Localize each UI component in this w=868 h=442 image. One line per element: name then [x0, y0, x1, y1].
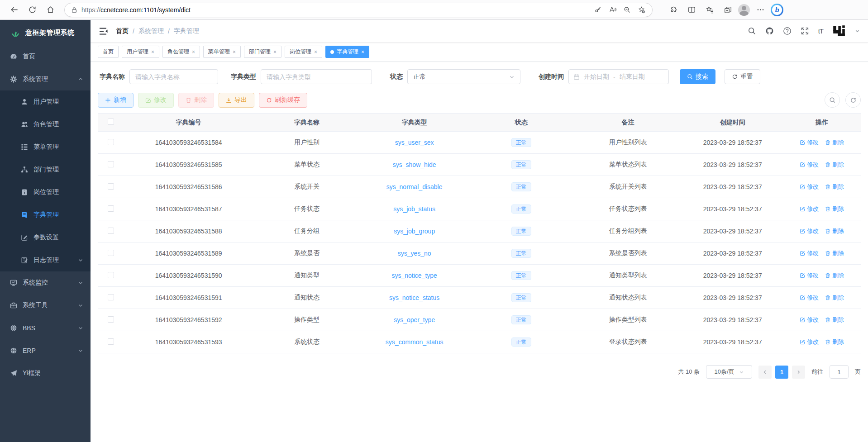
row-checkbox[interactable]: [108, 161, 114, 167]
close-icon[interactable]: ×: [151, 49, 154, 55]
dict-type-link[interactable]: sys_show_hide: [393, 161, 436, 168]
row-checkbox[interactable]: [108, 250, 114, 256]
close-icon[interactable]: ×: [361, 49, 364, 55]
edit-row-button[interactable]: 修改: [800, 138, 819, 147]
sidebar-item-param-settings[interactable]: 参数设置: [0, 226, 91, 249]
sidebar-item-post-mgmt[interactable]: 岗位管理: [0, 181, 91, 204]
split-screen-icon[interactable]: [684, 2, 699, 18]
dict-type-link[interactable]: sys_notice_type: [391, 272, 437, 279]
dict-type-link[interactable]: sys_job_status: [393, 205, 435, 213]
delete-button[interactable]: 删除: [178, 93, 214, 108]
page-size-select[interactable]: 10条/页: [706, 365, 752, 379]
tab-user-mgmt[interactable]: 用户管理×: [122, 46, 159, 58]
delete-row-button[interactable]: 删除: [825, 316, 844, 324]
row-checkbox[interactable]: [108, 139, 114, 145]
prev-page-button[interactable]: [758, 366, 772, 379]
search-toggle-icon[interactable]: [825, 92, 840, 108]
extensions-icon[interactable]: [666, 2, 681, 18]
profile-avatar[interactable]: [738, 4, 750, 16]
edit-row-button[interactable]: 修改: [800, 183, 819, 191]
font-size-icon[interactable]: tT: [818, 27, 823, 35]
goto-page-input[interactable]: [830, 365, 849, 379]
delete-row-button[interactable]: 删除: [825, 161, 844, 169]
sidebar-item-system[interactable]: 系统管理: [0, 68, 91, 90]
refresh-icon[interactable]: [24, 2, 40, 18]
refresh-cache-button[interactable]: 刷新缓存: [259, 93, 307, 108]
tab-role-mgmt[interactable]: 角色管理×: [162, 46, 200, 58]
sidebar-item-erp[interactable]: ERP: [0, 339, 91, 362]
user-logo-avatar[interactable]: [832, 24, 846, 38]
chevron-down-icon[interactable]: [855, 29, 860, 33]
row-checkbox[interactable]: [108, 205, 114, 212]
close-icon[interactable]: ×: [233, 49, 236, 55]
close-icon[interactable]: ×: [273, 49, 277, 55]
edit-row-button[interactable]: 修改: [800, 294, 819, 302]
sidebar-item-menu-mgmt[interactable]: 菜单管理: [0, 136, 91, 158]
row-checkbox[interactable]: [108, 228, 114, 234]
close-icon[interactable]: ×: [314, 49, 317, 55]
tab-dict-mgmt[interactable]: 字典管理×: [325, 46, 369, 58]
tab-dept-mgmt[interactable]: 部门管理×: [244, 46, 281, 58]
delete-row-button[interactable]: 删除: [825, 205, 844, 213]
sidebar-item-yi-framework[interactable]: Yi框架: [0, 362, 91, 385]
edit-row-button[interactable]: 修改: [800, 316, 819, 324]
delete-row-button[interactable]: 删除: [825, 294, 844, 302]
sidebar-item-user-mgmt[interactable]: 用户管理: [0, 90, 91, 113]
next-page-button[interactable]: [792, 366, 805, 379]
sidebar-item-tools[interactable]: 系统工具: [0, 294, 91, 317]
tab-post-mgmt[interactable]: 岗位管理×: [285, 46, 322, 58]
add-button[interactable]: 新增: [98, 93, 134, 108]
breadcrumb-home[interactable]: 首页: [116, 27, 129, 35]
dict-type-link[interactable]: sys_normal_disable: [386, 183, 443, 190]
dict-name-input[interactable]: [129, 69, 218, 84]
delete-row-button[interactable]: 删除: [825, 227, 844, 235]
read-aloud-icon[interactable]: [606, 4, 619, 16]
delete-row-button[interactable]: 删除: [825, 138, 844, 147]
favorites-icon[interactable]: [702, 2, 717, 18]
tab-home[interactable]: 首页: [98, 46, 119, 58]
more-menu-icon[interactable]: [753, 2, 768, 18]
row-checkbox[interactable]: [108, 294, 114, 300]
edit-row-button[interactable]: 修改: [800, 205, 819, 213]
dict-type-link[interactable]: sys_user_sex: [395, 139, 434, 146]
delete-row-button[interactable]: 删除: [825, 249, 844, 257]
search-icon[interactable]: [748, 27, 756, 35]
export-button[interactable]: 导出: [219, 93, 254, 108]
edit-row-button[interactable]: 修改: [800, 338, 819, 346]
zoom-out-icon[interactable]: [620, 4, 633, 16]
sidebar-item-role-mgmt[interactable]: 角色管理: [0, 113, 91, 136]
reset-button[interactable]: 重置: [725, 69, 760, 84]
row-checkbox[interactable]: [108, 338, 114, 345]
sidebar-item-dept-mgmt[interactable]: 部门管理: [0, 158, 91, 181]
edit-row-button[interactable]: 修改: [800, 271, 819, 280]
dict-type-link[interactable]: sys_job_group: [394, 228, 435, 235]
github-icon[interactable]: [765, 27, 774, 35]
sidebar-item-dict-mgmt[interactable]: 字典管理: [0, 204, 91, 226]
password-key-icon[interactable]: [591, 4, 604, 16]
sidebar-item-log-mgmt[interactable]: 日志管理: [0, 249, 91, 271]
bing-chat-icon[interactable]: b: [771, 4, 783, 16]
address-bar[interactable]: https://ccnetcore.com:1101/system/dict: [64, 3, 653, 17]
edit-row-button[interactable]: 修改: [800, 249, 819, 257]
fullscreen-icon[interactable]: [801, 27, 809, 35]
dict-type-input[interactable]: [261, 69, 372, 84]
add-favorite-icon[interactable]: [635, 4, 648, 16]
help-icon[interactable]: [783, 27, 792, 35]
sidebar-item-home[interactable]: 首页: [0, 45, 91, 68]
row-checkbox[interactable]: [108, 272, 114, 278]
sidebar-item-monitor[interactable]: 系统监控: [0, 271, 91, 294]
home-icon[interactable]: [43, 2, 58, 18]
sidebar-item-bbs[interactable]: BBS: [0, 317, 91, 339]
back-icon[interactable]: [6, 2, 22, 18]
dict-type-link[interactable]: sys_notice_status: [389, 294, 439, 301]
collections-icon[interactable]: [720, 2, 735, 18]
row-checkbox[interactable]: [108, 316, 114, 323]
dict-type-link[interactable]: sys_yes_no: [398, 250, 431, 257]
sidebar-collapse-icon[interactable]: [99, 26, 109, 36]
dict-type-link[interactable]: sys_oper_type: [394, 316, 435, 323]
tab-menu-mgmt[interactable]: 菜单管理×: [203, 46, 241, 58]
select-all-checkbox[interactable]: [108, 119, 114, 125]
edit-row-button[interactable]: 修改: [800, 161, 819, 169]
edit-row-button[interactable]: 修改: [800, 227, 819, 235]
close-icon[interactable]: ×: [192, 49, 195, 55]
